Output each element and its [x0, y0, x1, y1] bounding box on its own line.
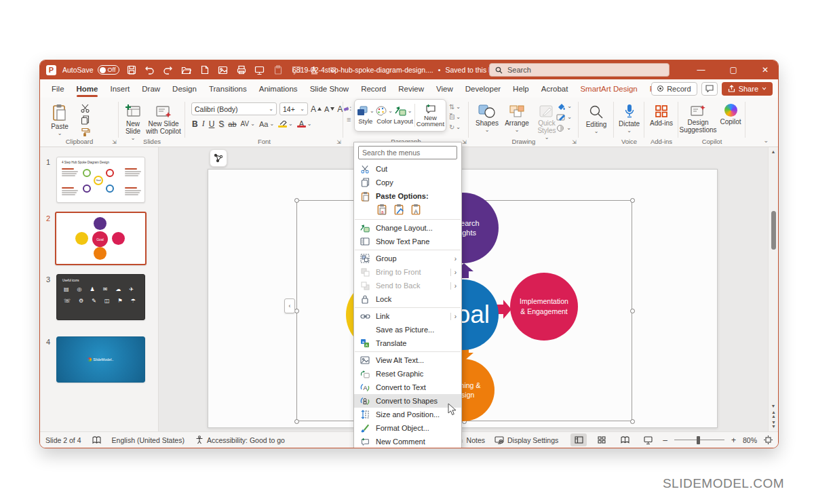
font-dialog-launcher[interactable]: ⇲	[336, 139, 341, 145]
new-comment-button[interactable]: New Comment	[416, 102, 444, 129]
menu-item-link[interactable]: Link ›	[354, 309, 461, 323]
slide-thumbnail-1[interactable]: 4 Step Hub Spoke Diagram Design Goal	[56, 157, 145, 203]
minimize-button[interactable]: —	[697, 65, 705, 75]
copilot-button[interactable]: Copilot	[717, 100, 744, 125]
tab-animations[interactable]: Animations	[253, 79, 304, 98]
menu-item-view-alt-text[interactable]: View Alt Text...	[354, 353, 461, 367]
share-button[interactable]: Share	[722, 82, 773, 96]
new-document-icon[interactable]	[199, 64, 210, 75]
paste-button[interactable]: Paste ⌄	[47, 100, 73, 136]
smartart-color-button[interactable]: ⌄ Color	[375, 102, 394, 129]
font-color-button[interactable]: A⌄	[297, 120, 312, 128]
drawing-dialog-launcher[interactable]: ⇲	[572, 139, 577, 145]
powerpoint-logo-icon[interactable]: P	[46, 65, 56, 75]
shape-effects-button[interactable]: ⌄	[556, 124, 571, 132]
menu-item-save-as-picture[interactable]: Save as Picture...	[354, 323, 461, 336]
menu-search-box[interactable]	[358, 146, 457, 159]
menu-item-convert-to-shapes[interactable]: Convert to Shapes	[354, 394, 461, 408]
resize-handle-ne[interactable]	[630, 198, 635, 203]
fit-to-window-icon[interactable]	[764, 435, 773, 444]
tab-file[interactable]: File	[45, 79, 71, 98]
design-suggestions-button[interactable]: Design Suggestions	[679, 100, 717, 134]
close-button[interactable]: ✕	[762, 65, 769, 75]
collapse-ribbon-chevron[interactable]: ⌄	[763, 137, 769, 144]
search-box[interactable]	[489, 63, 670, 77]
zoom-in-button[interactable]: +	[731, 435, 736, 445]
shape-outline-button[interactable]: ⌄	[556, 113, 572, 121]
spellcheck-button[interactable]	[92, 436, 101, 444]
save-icon[interactable]	[126, 64, 137, 75]
ink-replay-button[interactable]	[210, 149, 227, 167]
character-spacing-button[interactable]: AV⌄	[241, 120, 255, 128]
text-highlight-button[interactable]: ⌄	[278, 121, 293, 128]
resize-handle-sw[interactable]	[294, 419, 299, 424]
addins-button[interactable]: Add-ins	[646, 101, 676, 127]
new-slide-button[interactable]: New Slide ⌄	[120, 100, 146, 140]
slide-thumbnail-4[interactable]: SlideModel..	[56, 336, 145, 383]
shrink-font-button[interactable]: A	[324, 105, 334, 113]
cut-button[interactable]	[81, 104, 90, 113]
slide-thumbnail-2-selected[interactable]: Goal	[55, 212, 147, 265]
smartart-style-button[interactable]: ⌄ Style	[356, 102, 375, 129]
menu-search-input[interactable]	[362, 149, 453, 157]
tab-design[interactable]: Design	[166, 79, 203, 98]
copy-button[interactable]	[81, 115, 90, 125]
menu-item-reset-graphic[interactable]: Reset Graphic	[354, 367, 461, 381]
strikethrough-button[interactable]: ab	[228, 120, 236, 128]
previous-slide-button[interactable]: ▲▲	[771, 410, 775, 419]
autosave-toggle[interactable]: Off	[98, 65, 119, 75]
scroll-up-arrow[interactable]: ▲	[769, 149, 778, 154]
display-settings-button[interactable]: Display Settings	[495, 436, 558, 444]
dictate-button[interactable]: Dictate ⌄	[615, 100, 643, 133]
font-family-select[interactable]: Calibri (Body)⌄	[191, 102, 277, 115]
tab-insert[interactable]: Insert	[104, 79, 136, 98]
menu-item-translate[interactable]: aA Translate	[354, 336, 461, 350]
menu-item-convert-to-text[interactable]: A Convert to Text	[354, 381, 461, 394]
italic-button[interactable]: I	[202, 119, 205, 129]
tab-transitions[interactable]: Transitions	[203, 79, 253, 98]
menu-item-change-layout[interactable]: Change Layout...	[354, 221, 461, 235]
next-slide-button[interactable]: ▼▼	[771, 421, 775, 429]
shape-fill-button[interactable]: ⌄	[556, 102, 572, 111]
undo-icon[interactable]	[144, 64, 155, 75]
new-slide-copilot-button[interactable]: New Slide with Copilot	[146, 100, 181, 135]
zoom-out-button[interactable]: –	[663, 435, 667, 445]
resize-handle-se[interactable]	[630, 419, 635, 424]
underline-button[interactable]: U	[209, 119, 215, 129]
open-folder-icon[interactable]	[181, 64, 192, 75]
redo-icon[interactable]	[163, 64, 174, 75]
print-icon[interactable]	[236, 64, 247, 75]
search-input[interactable]	[507, 66, 643, 74]
presenter-view-icon[interactable]	[254, 64, 265, 75]
slide-editing-area[interactable]: Research Insights Goal Implementation & …	[208, 169, 718, 428]
comments-button[interactable]	[701, 82, 718, 96]
tab-smartart-design[interactable]: SmartArt Design	[574, 79, 643, 98]
menu-item-copy[interactable]: Copy	[354, 176, 461, 189]
convert-to-smartart-button[interactable]: ↻⌄	[449, 123, 461, 131]
zoom-level[interactable]: 80%	[743, 436, 757, 444]
editing-button[interactable]: Editing ⌄	[581, 101, 611, 134]
menu-item-format-object[interactable]: Format Object...	[354, 421, 461, 435]
slide-thumbnail-3[interactable]: Useful icons ▤◎♟✉☁✈ ☏⚙✎◫⚑☂	[56, 274, 145, 320]
clipboard-dialog-launcher[interactable]: ⇲	[112, 139, 117, 145]
maximize-button[interactable]: ▢	[730, 65, 737, 75]
tab-developer[interactable]: Developer	[459, 79, 507, 98]
resize-handle-w[interactable]	[294, 309, 299, 313]
tab-review[interactable]: Review	[392, 79, 430, 98]
text-shadow-button[interactable]: S	[218, 119, 224, 129]
paste-keep-text-only-button[interactable]: A	[410, 203, 421, 218]
format-painter-button[interactable]	[81, 128, 90, 136]
tab-view[interactable]: View	[430, 79, 459, 98]
resize-handle-e[interactable]	[630, 309, 635, 313]
reading-view-button[interactable]	[617, 433, 633, 446]
slide-sorter-view-button[interactable]	[594, 433, 610, 446]
zoom-slider-thumb[interactable]	[697, 436, 700, 444]
menu-item-size-and-position[interactable]: Size and Position...	[354, 408, 461, 421]
smartart-layout-button[interactable]: ⌄ Layout	[393, 102, 413, 129]
menu-item-show-text-pane[interactable]: Show Text Pane	[354, 235, 461, 248]
menu-item-cut[interactable]: Cut	[354, 162, 461, 176]
menu-item-lock[interactable]: Lock	[354, 292, 461, 306]
language-indicator[interactable]: English (United States)	[112, 436, 185, 444]
tab-help[interactable]: Help	[507, 79, 535, 98]
paragraph-dialog-launcher[interactable]: ⇲	[462, 139, 467, 145]
